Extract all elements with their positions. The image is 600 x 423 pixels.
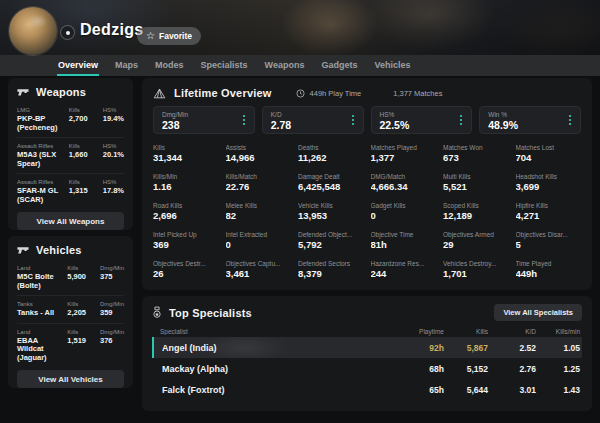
vehicle-row[interactable]: Land M5C Bolte (Bolte) Kills 5,900 Dmg/M… (17, 260, 124, 295)
vehicle-name: M5C Bolte (Bolte) (17, 273, 64, 290)
stat-cell: Objectives Armed 29 (443, 230, 509, 253)
tab-bar: Overview Maps Modes Specialists Weapons … (0, 55, 600, 76)
kebab-menu-icon[interactable] (458, 112, 464, 128)
kebab-menu-icon[interactable] (350, 112, 356, 128)
specialist-kills: 5,644 (444, 385, 488, 395)
overview-header: Lifetime Overview 449h Play Time 1,377 M… (153, 87, 581, 99)
stat-cell: Objective Time 81h (371, 230, 437, 253)
stat-cell-value: 449h (516, 268, 582, 280)
kills-value: 1,315 (69, 187, 103, 196)
specialist-row[interactable]: Angel (India) 92h 5,867 2.52 1.05 (152, 337, 582, 358)
tab[interactable]: Vehicles (374, 55, 410, 76)
pyramid-icon (153, 88, 166, 99)
specialist-kills: 5,867 (444, 343, 488, 353)
stat-cell-label: Damage Dealt (298, 172, 364, 181)
weapon-name: PKP-BP (Pecheneg) (17, 115, 66, 132)
stat-cell: Kills/Match 22.76 (226, 172, 292, 195)
vehicle-category: Land (17, 264, 64, 272)
pistol-icon (17, 88, 29, 97)
stat-cell-value: 2,696 (153, 210, 219, 222)
column-playtime: Playtime (384, 328, 444, 335)
weapon-row[interactable]: Assault Rifles SFAR-M GL (SCAR) Kills 1,… (17, 173, 124, 209)
stat-cell-value: 26 (153, 268, 219, 280)
column-specialist: Specialist (152, 328, 384, 335)
stat-card-label: Dmg/Min (162, 110, 188, 119)
stat-value: 19.4% (103, 115, 124, 124)
vehicles-title: Vehicles (36, 244, 82, 256)
stat-cell-value: 673 (443, 152, 509, 164)
specialists-header: Top Specialists View All Specialists (152, 304, 582, 321)
column-kills-min: Kills/min (536, 328, 582, 335)
kills-value: 5,900 (67, 273, 100, 282)
specialist-playtime: 68h (384, 364, 444, 374)
overview-title: Lifetime Overview (174, 87, 272, 99)
weapon-name: SFAR-M GL (SCAR) (17, 187, 66, 204)
stat-cell-value: 11,262 (298, 152, 364, 164)
kebab-menu-icon[interactable] (567, 112, 573, 128)
weapon-category: Assault Rifles (17, 178, 66, 186)
kills-label: Kills (67, 328, 100, 336)
favorite-label: Favorite (159, 31, 192, 41)
specialist-playtime: 65h (384, 385, 444, 395)
stat-value: 376 (100, 337, 124, 346)
stat-cell-value: 4,271 (516, 210, 582, 222)
specialist-row[interactable]: Mackay (Alpha) 68h 5,152 2.76 1.25 (152, 358, 582, 379)
stat-label: Dmg/Min (100, 300, 124, 308)
weapons-list: LMG PKP-BP (Pecheneg) Kills 2,700 HS% 19… (17, 102, 124, 209)
stat-card-value: 2.78 (271, 119, 291, 131)
tab[interactable]: Overview (58, 55, 98, 76)
stat-cell-label: Multi Kills (443, 172, 509, 181)
specialist-kpm: 1.05 (536, 343, 582, 353)
player-name: Dedzigs (80, 21, 143, 39)
specialists-title: Top Specialists (169, 307, 252, 319)
stat-cell-value: 3,699 (516, 181, 582, 193)
tab[interactable]: Specialists (201, 55, 248, 76)
stat-cell: Headshot Kills 3,699 (516, 172, 582, 195)
stat-card-value: 22.5% (380, 119, 410, 131)
stat-cell-label: Objective Time (371, 230, 437, 239)
stat-cell: Defended Object... 5,792 (298, 230, 364, 253)
kills-label: Kills (69, 106, 103, 114)
stat-cell-value: 29 (443, 239, 509, 251)
stat-cell-label: Hazardzone Res... (371, 259, 437, 268)
tab[interactable]: Gadgets (321, 55, 357, 76)
weapon-row[interactable]: Assault Rifles M5A3 (SLX Spear) Kills 1,… (17, 137, 124, 173)
stat-cell-value: 244 (371, 268, 437, 280)
stat-cell: Defended Sectors 8,379 (298, 259, 364, 282)
stat-cell: Assists 14,966 (226, 143, 292, 166)
weapon-row[interactable]: LMG PKP-BP (Pecheneg) Kills 2,700 HS% 19… (17, 102, 124, 137)
stat-cell-label: Hipfire Kills (516, 201, 582, 210)
vehicle-row[interactable]: Tanks Tanks - All Kills 2,205 Dmg/Min 35… (17, 295, 124, 323)
vehicle-category: Tanks (17, 300, 64, 308)
column-kills: Kills (444, 328, 488, 335)
view-all-specialists-button[interactable]: View All Specialists (494, 304, 582, 321)
kebab-menu-icon[interactable] (241, 112, 247, 128)
stat-cell: Multi Kills 5,521 (443, 172, 509, 195)
stat-cell-label: Road Kills (153, 201, 219, 210)
stat-cell-label: Defended Sectors (298, 259, 364, 268)
stat-cell-value: 4,666.34 (371, 181, 437, 193)
specialist-name: Falck (Foxtrot) (154, 385, 384, 395)
view-all-vehicles-button[interactable]: View All Vehicles (17, 370, 124, 388)
stat-cell: Matches Won 673 (443, 143, 509, 166)
play-time: 449h Play Time (296, 89, 362, 98)
weapons-panel-header: Weapons (17, 86, 124, 98)
kills-label: Kills (67, 300, 100, 308)
tab[interactable]: Maps (115, 55, 138, 76)
specialist-row[interactable]: Falck (Foxtrot) 65h 5,644 3.01 1.43 (152, 379, 582, 400)
specialist-kd: 2.76 (488, 364, 536, 374)
tab[interactable]: Weapons (265, 55, 305, 76)
vehicles-panel-header: Vehicles (17, 244, 124, 256)
vehicle-row[interactable]: Land EBAA Wildcat (Jaguar) Kills 1,519 D… (17, 323, 124, 368)
tab[interactable]: Modes (155, 55, 184, 76)
vehicles-list: Land M5C Bolte (Bolte) Kills 5,900 Dmg/M… (17, 260, 124, 367)
stat-cell-label: Kills/Min (153, 172, 219, 181)
stat-cell: Melee Kills 82 (226, 201, 292, 224)
vehicle-name: EBAA Wildcat (Jaguar) (17, 337, 64, 363)
stat-cell: Hipfire Kills 4,271 (516, 201, 582, 224)
specialists-table-header: Specialist Playtime Kills K/D Kills/min (152, 326, 582, 337)
stat-cell-label: Intel Picked Up (153, 230, 219, 239)
view-all-weapons-button[interactable]: View All Weapons (17, 212, 124, 230)
stat-cell-label: Matches Won (443, 143, 509, 152)
favorite-button[interactable]: ☆ Favorite (137, 27, 201, 45)
